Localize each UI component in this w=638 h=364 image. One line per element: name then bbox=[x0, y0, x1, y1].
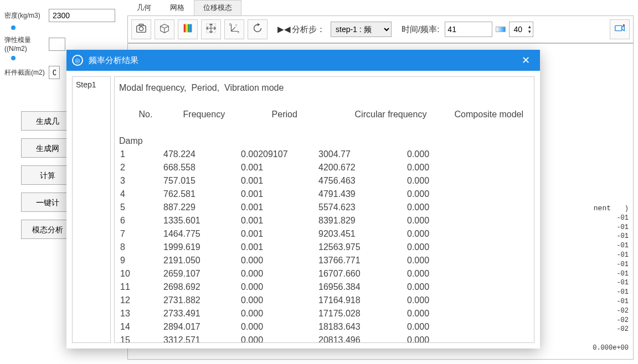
dialog-step-list[interactable]: Step1 bbox=[72, 76, 111, 343]
cube-view-button[interactable] bbox=[155, 19, 174, 39]
density-input[interactable] bbox=[49, 9, 115, 22]
dialog-titlebar[interactable]: ◎ 频率分析结果 ✕ bbox=[66, 50, 540, 71]
dialog-title: 频率分析结果 bbox=[89, 55, 517, 66]
time-freq-input[interactable] bbox=[445, 22, 492, 37]
calculate-button[interactable]: 计算 bbox=[21, 165, 74, 185]
results-text-area[interactable]: Modal frequency, Period, Vibration mode … bbox=[114, 76, 534, 343]
table-row: 4762.5810.0014791.4390.000 bbox=[119, 188, 529, 201]
generate-geom-button[interactable]: 生成几 bbox=[21, 111, 74, 131]
table-row: 81999.6190.00112563.9750.000 bbox=[119, 241, 529, 254]
onekey-button[interactable]: 一键计 bbox=[21, 193, 74, 212]
table-row: 102659.1070.00016707.6600.000 bbox=[119, 267, 529, 280]
time-freq-label: 时间/频率: bbox=[402, 24, 439, 35]
svg-rect-6 bbox=[190, 24, 192, 32]
svg-text:X: X bbox=[238, 30, 240, 34]
tab-geometry[interactable]: 几何 bbox=[127, 0, 161, 15]
cube-icon bbox=[158, 22, 171, 37]
analysis-step-select[interactable]: step-1 : 频 bbox=[331, 22, 392, 37]
table-row: 71464.7750.0019203.4510.000 bbox=[119, 227, 529, 241]
generate-mesh-button[interactable]: 生成网 bbox=[21, 138, 74, 158]
move-button[interactable] bbox=[201, 19, 221, 39]
data-rows: 1478.2240.002091073004.770.0002668.5580.… bbox=[119, 148, 529, 343]
table-row: 142894.0170.00018183.6430.000 bbox=[119, 320, 529, 334]
refresh-icon bbox=[251, 22, 264, 37]
table-row: 122731.8820.00017164.9180.000 bbox=[119, 294, 529, 307]
svg-rect-4 bbox=[186, 24, 188, 32]
frame-spinner[interactable]: ▲▼ bbox=[509, 22, 533, 37]
table-row: 112698.6920.00016956.3840.000 bbox=[119, 280, 529, 294]
step-arrows-icon: ▶◀ bbox=[277, 24, 291, 34]
elastic-label: 弹性模量((N/m2) bbox=[4, 35, 49, 53]
table-row: 1478.2240.002091073004.770.000 bbox=[119, 148, 529, 161]
legend-ticks: ) -01 -01 -01 -01 -01 -01 -01 -01 -01 -0… bbox=[593, 204, 629, 353]
table-row: 92191.0500.00013766.7710.000 bbox=[119, 254, 529, 267]
table-row: 2668.5580.0014200.6720.000 bbox=[119, 161, 529, 174]
table-row: 3757.0150.0014756.4630.000 bbox=[119, 174, 529, 188]
table-row: 132733.4910.00017175.0280.000 bbox=[119, 307, 529, 320]
svg-rect-5 bbox=[188, 24, 190, 32]
tab-mesh[interactable]: 网格 bbox=[161, 0, 194, 15]
table-row: 61335.6010.0018391.8290.000 bbox=[119, 214, 529, 227]
toolbar: ZXY ▶◀ 分析步： step-1 : 频 时间/频率: ▲▼ bbox=[127, 15, 634, 43]
header-line-3: Damp bbox=[119, 134, 529, 148]
app-icon: ◎ bbox=[72, 55, 83, 66]
screenshot-button[interactable] bbox=[131, 19, 151, 39]
close-button[interactable]: ✕ bbox=[517, 52, 534, 69]
section-input[interactable] bbox=[49, 66, 60, 79]
rainbow-icon bbox=[182, 22, 194, 37]
tab-displacement[interactable]: 位移模态 bbox=[194, 0, 241, 15]
gradient-icon bbox=[496, 27, 506, 32]
elastic-slider[interactable] bbox=[9, 55, 42, 58]
spinner-arrows-icon[interactable]: ▲▼ bbox=[526, 24, 533, 34]
camera-icon bbox=[135, 22, 147, 37]
frequency-results-dialog: ◎ 频率分析结果 ✕ Step1 Modal frequency, Period… bbox=[66, 50, 540, 349]
section-label: 杆件截面(m2) bbox=[4, 68, 49, 77]
svg-text:Y: Y bbox=[235, 24, 238, 27]
header-line-1: Modal frequency, Period, Vibration mode bbox=[119, 81, 529, 95]
svg-point-12 bbox=[623, 24, 625, 26]
axes-icon: ZXY bbox=[228, 22, 240, 37]
colormap-button[interactable] bbox=[178, 19, 198, 39]
density-slider[interactable] bbox=[9, 24, 42, 28]
svg-rect-11 bbox=[615, 25, 622, 30]
analysis-step-label: 分析步： bbox=[292, 24, 325, 35]
move-icon bbox=[205, 22, 217, 37]
table-row: 153312.5710.00020813.4960.000 bbox=[119, 334, 529, 343]
svg-rect-2 bbox=[139, 24, 143, 25]
svg-rect-3 bbox=[184, 24, 186, 32]
header-line-2: No.FrequencyPeriodCircular frequencyComp… bbox=[119, 95, 529, 134]
table-row: 5887.2290.0015574.6230.000 bbox=[119, 201, 529, 214]
elastic-input[interactable] bbox=[49, 38, 65, 51]
video-camera-icon bbox=[614, 22, 626, 37]
axes-button[interactable]: ZXY bbox=[224, 19, 244, 39]
top-tabs: 几何 网格 位移模态 bbox=[127, 0, 241, 15]
frame-spinner-input[interactable] bbox=[510, 22, 526, 37]
record-button[interactable] bbox=[610, 19, 630, 39]
step-item[interactable]: Step1 bbox=[76, 80, 107, 89]
svg-point-1 bbox=[139, 27, 143, 30]
refresh-button[interactable] bbox=[248, 19, 267, 39]
density-label: 密度(kg/m3) bbox=[4, 11, 49, 20]
modal-analysis-button[interactable]: 模态分析 bbox=[21, 220, 74, 239]
